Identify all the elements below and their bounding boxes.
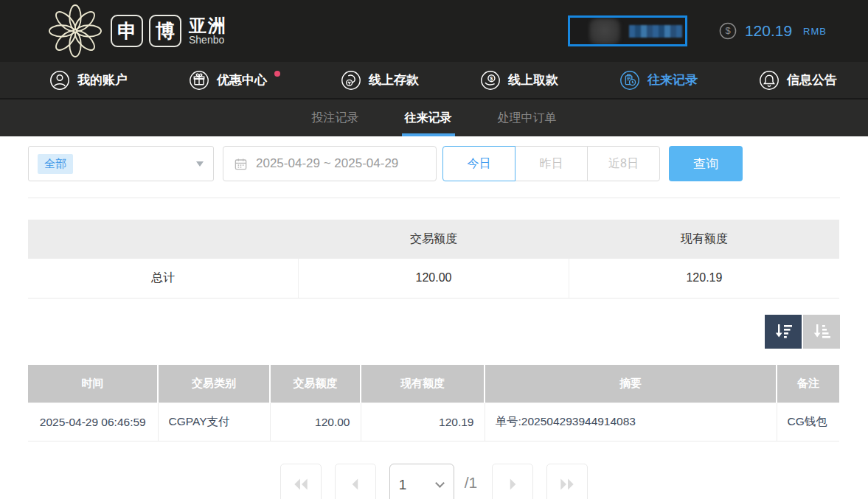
logo[interactable]: 申 博 亚洲 Shenbo	[47, 3, 227, 59]
nav-item-announcements[interactable]: 信息公告	[758, 69, 837, 91]
balance-amount: 120.19	[745, 22, 792, 40]
next-page-icon	[503, 475, 522, 494]
tab-label: 往来记录	[405, 111, 452, 126]
tab-label: 处理中订单	[498, 111, 557, 126]
sort-ascending-button[interactable]	[803, 315, 840, 349]
withdraw-icon: $	[479, 69, 501, 91]
next-page-button[interactable]	[492, 464, 533, 499]
tab-label: 投注记录	[312, 111, 359, 126]
top-header: 申 博 亚洲 Shenbo $ 120.19 RMB	[0, 0, 868, 62]
summary-total-amount: 120.00	[299, 259, 569, 298]
summary-total-row: 总计 120.00 120.19	[28, 259, 839, 298]
date-range-input[interactable]: 2025-04-29 ~ 2025-04-29	[223, 146, 437, 181]
bell-icon	[758, 69, 780, 91]
redacted-avatar-blur	[589, 18, 620, 45]
last-page-button[interactable]	[546, 464, 588, 499]
summary-header-balance: 现有额度	[569, 220, 839, 259]
col-header-note: 备注	[777, 365, 839, 403]
record-row: 2025-04-29 06:46:59 CGPAY支付 120.00 120.1…	[28, 403, 839, 442]
nav-item-deposit[interactable]: 线上存款	[340, 69, 419, 91]
date-range-value: 2025-04-29 ~ 2025-04-29	[256, 156, 398, 171]
record-time: 2025-04-29 06:46:59	[28, 403, 158, 442]
col-header-summary: 摘要	[485, 365, 777, 403]
section-divider	[28, 198, 840, 198]
redacted-username-blur	[629, 25, 682, 38]
first-page-button[interactable]	[280, 464, 322, 499]
balance[interactable]: $ 120.19 RMB	[718, 21, 827, 41]
pagination: 1 /1	[0, 464, 868, 499]
search-button[interactable]: 查询	[669, 146, 743, 181]
deposit-icon	[340, 69, 362, 91]
sub-nav: 投注记录 往来记录 处理中订单	[0, 98, 868, 136]
nav-item-my-account[interactable]: 我的账户	[49, 69, 128, 91]
page-select[interactable]: 1	[399, 477, 445, 492]
gift-icon	[188, 69, 210, 91]
summary-header-row: 交易额度 现有额度	[28, 220, 839, 259]
logo-region: 亚洲	[189, 16, 227, 35]
user-icon	[49, 69, 71, 91]
record-balance: 120.19	[361, 403, 485, 442]
svg-text:$: $	[725, 25, 731, 36]
logo-subtitle: Shenbo	[189, 35, 227, 46]
calendar-icon	[234, 157, 248, 171]
tab-betting-records[interactable]: 投注记录	[309, 100, 362, 136]
record-type: CGPAY支付	[158, 403, 270, 442]
prev-page-button[interactable]	[335, 464, 376, 499]
nav-label: 线上存款	[369, 71, 419, 88]
nav-item-withdraw[interactable]: $ 线上取款	[479, 69, 558, 91]
nav-label: 我的账户	[77, 71, 128, 88]
sort-asc-icon	[812, 321, 832, 341]
page-total-label: /1	[465, 474, 478, 499]
nav-label: 线上取款	[508, 71, 558, 88]
dollar-circle-icon: $	[718, 21, 737, 41]
filter-bar: 全部 2025-04-29 ~ 2025-04-29 今日 昨日 近8日 查询	[28, 146, 840, 181]
logo-char-box: 博	[149, 15, 181, 47]
summary-header-amount: 交易额度	[299, 220, 569, 259]
col-header-balance: 现有额度	[361, 365, 485, 403]
summary-table: 交易额度 现有额度 总计 120.00 120.19	[28, 220, 839, 299]
summary-total-balance: 120.19	[569, 259, 839, 298]
record-note: CG钱包	[777, 403, 839, 442]
records-header-row: 时间 交易类别 交易额度 现有额度 摘要 备注	[28, 365, 839, 403]
nav-label: 信息公告	[787, 71, 837, 88]
nav-item-promotions[interactable]: 优惠中心	[188, 69, 280, 91]
col-header-amount: 交易额度	[270, 365, 361, 403]
records-table: 时间 交易类别 交易额度 现有额度 摘要 备注 2025-04-29 06:46…	[28, 365, 839, 442]
sort-controls	[28, 315, 840, 349]
quick-date-buttons: 今日 昨日 近8日	[442, 146, 660, 181]
tab-pending-orders[interactable]: 处理中订单	[495, 100, 560, 136]
summary-total-label: 总计	[28, 259, 299, 298]
dropdown-caret-icon	[195, 161, 204, 167]
first-page-icon	[291, 475, 310, 494]
sort-desc-icon	[774, 321, 794, 341]
promo-badge-dot	[274, 71, 280, 77]
prev-page-icon	[346, 475, 365, 494]
last-page-icon	[558, 475, 577, 494]
main-nav: 我的账户 优惠中心 线上存款	[0, 62, 868, 98]
flower-logo-icon	[47, 3, 103, 59]
yesterday-button[interactable]: 昨日	[515, 146, 588, 181]
balance-currency: RMB	[803, 26, 827, 37]
col-header-time: 时间	[28, 365, 158, 403]
records-icon	[619, 69, 641, 91]
nav-label: 往来记录	[647, 71, 698, 88]
col-header-type: 交易类别	[158, 365, 270, 403]
type-filter-select[interactable]: 全部	[28, 146, 214, 181]
nav-label: 优惠中心	[217, 71, 267, 88]
record-summary: 单号:202504293944914083	[485, 403, 777, 442]
tab-transaction-records[interactable]: 往来记录	[402, 100, 455, 136]
username-redacted-box[interactable]	[568, 15, 687, 46]
today-button[interactable]: 今日	[442, 146, 515, 181]
summary-header-empty	[28, 220, 299, 259]
page-select-wrap: 1	[389, 464, 454, 499]
logo-char-box: 申	[111, 15, 143, 47]
selected-type-chip: 全部	[38, 154, 73, 174]
sort-descending-button[interactable]	[765, 315, 802, 349]
active-tab-underline	[402, 133, 455, 136]
last-8-days-button[interactable]: 近8日	[587, 146, 660, 181]
record-amount: 120.00	[270, 403, 361, 442]
nav-item-transaction-records[interactable]: 往来记录	[619, 69, 698, 91]
